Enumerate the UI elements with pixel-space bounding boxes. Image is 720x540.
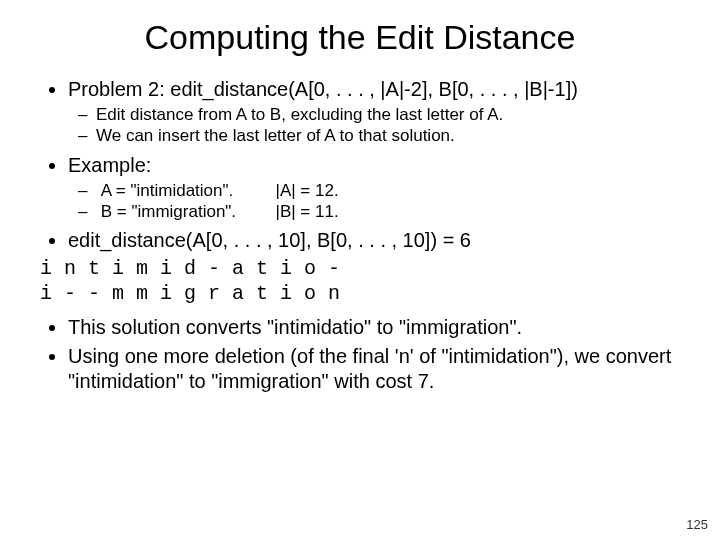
example-b-len: |B| = 11. bbox=[275, 202, 338, 221]
page-number: 125 bbox=[686, 517, 708, 532]
sub-insert-last: We can insert the last letter of A to th… bbox=[96, 125, 680, 146]
slide-title: Computing the Edit Distance bbox=[40, 18, 680, 57]
bullet-list: Problem 2: edit_distance(A[0, . . . , |A… bbox=[40, 77, 680, 253]
example-a-def: A = "intimidation". bbox=[101, 180, 271, 201]
alignment-row-a: i n t i m i d - a t i o - bbox=[40, 257, 680, 280]
example-b-def: B = "immigration". bbox=[101, 201, 271, 222]
sub-example-b: B = "immigration". |B| = 11. bbox=[96, 201, 680, 222]
sub-example-a: A = "intimidation". |A| = 12. bbox=[96, 180, 680, 201]
sub-list-example: A = "intimidation". |A| = 12. B = "immig… bbox=[68, 180, 680, 223]
bullet-solution-converts: This solution converts "intimidatio" to … bbox=[68, 315, 680, 340]
bullet-edit-distance-call: edit_distance(A[0, . . . , 10], B[0, . .… bbox=[68, 228, 680, 253]
bullet-one-more-deletion: Using one more deletion (of the final 'n… bbox=[68, 344, 680, 394]
bullet-problem2-text: Problem 2: edit_distance(A[0, . . . , |A… bbox=[68, 78, 578, 100]
sub-exclude-last: Edit distance from A to B, excluding the… bbox=[96, 104, 680, 125]
bullet-example-text: Example: bbox=[68, 154, 151, 176]
example-a-len: |A| = 12. bbox=[275, 181, 338, 200]
bullet-list-2: This solution converts "intimidatio" to … bbox=[40, 315, 680, 394]
bullet-example: Example: A = "intimidation". |A| = 12. B… bbox=[68, 153, 680, 223]
slide: Computing the Edit Distance Problem 2: e… bbox=[0, 0, 720, 540]
bullet-problem2: Problem 2: edit_distance(A[0, . . . , |A… bbox=[68, 77, 680, 147]
sub-list-problem2: Edit distance from A to B, excluding the… bbox=[68, 104, 680, 147]
alignment-row-b: i - - m m i g r a t i o n bbox=[40, 282, 680, 305]
